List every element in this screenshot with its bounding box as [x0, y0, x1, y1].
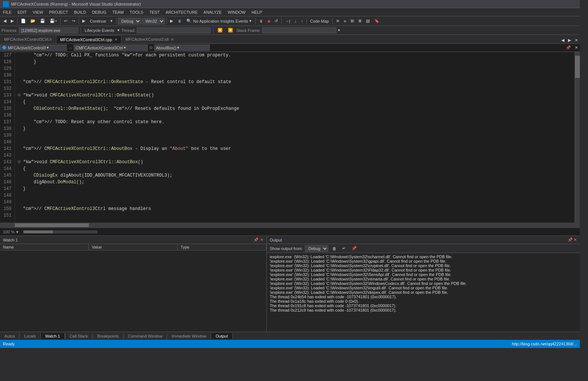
- toolbar-stepout-btn[interactable]: ↑: [299, 18, 305, 24]
- toolbar-continue-dropdown[interactable]: ▾: [109, 18, 114, 24]
- toolbar-insights[interactable]: 🔍 No Application Insights Events ▾: [184, 19, 254, 23]
- menu-file[interactable]: FILE: [0, 9, 14, 15]
- toolbar-pause-btn[interactable]: ⏸: [176, 18, 183, 24]
- nav-close-btn[interactable]: ✕: [573, 45, 580, 51]
- toolbar-extra6-btn[interactable]: 🔖: [372, 18, 381, 24]
- tab-close-2[interactable]: ✕: [171, 37, 174, 42]
- filter2-btn[interactable]: 🔽: [226, 27, 235, 33]
- menu-test[interactable]: TEST: [146, 9, 163, 15]
- stack-expand[interactable]: ▾: [338, 28, 340, 33]
- bottom-tab-autos[interactable]: Autos: [0, 333, 20, 339]
- menu-window[interactable]: WINDOW: [225, 9, 249, 15]
- output-clear-btn[interactable]: 🗑: [330, 246, 338, 252]
- editor-area[interactable]: 1271281291301311321331341351361371381391…: [0, 52, 580, 223]
- bottom-tab-call-stack[interactable]: Call Stack: [65, 333, 93, 339]
- toolbar-extra5-btn[interactable]: ▤: [364, 18, 372, 24]
- output-pin2-btn[interactable]: 📌: [350, 245, 359, 252]
- zoom-dropdown[interactable]: ▾: [14, 229, 20, 235]
- bottom-tab-immediate-window[interactable]: Immediate Window: [167, 333, 211, 339]
- lifecycle-btn[interactable]: Lifecycle Events: [83, 27, 116, 33]
- bottom-tab-locals[interactable]: Locals: [20, 333, 41, 339]
- fold-indicator[interactable]: ⊟: [18, 160, 23, 165]
- toolbar-undo-btn[interactable]: ↩: [62, 18, 69, 24]
- nav-arrow-1: →: [67, 46, 74, 50]
- toolbar-codemap-btn[interactable]: Code Map: [308, 18, 331, 24]
- nav-method-dropdown[interactable]: CMFCActiveXControl3Ctrl ▾: [74, 45, 148, 51]
- fold-indicator[interactable]: ⊟: [18, 93, 23, 98]
- toolbar-extra1-btn[interactable]: ≋: [334, 18, 341, 24]
- menu-debug[interactable]: DEBUG: [89, 9, 109, 15]
- tab-idl-file[interactable]: MFCActiveXControl3.idl ✕: [122, 35, 178, 43]
- tab-bar: MFCActiveXControl3Ctrl.h MFCActiveXContr…: [0, 35, 580, 44]
- stack-input[interactable]: [262, 27, 336, 33]
- nav-pin-btn[interactable]: 📌: [564, 45, 573, 51]
- nav-method-arrow: ▾: [124, 45, 126, 50]
- toolbar-pause2-btn[interactable]: ⏸: [257, 18, 265, 24]
- tab-header-file[interactable]: MFCActiveXControl3Ctrl.h: [0, 35, 56, 43]
- toolbar-stepover-btn[interactable]: →|: [283, 18, 292, 24]
- toolbar-debug-select[interactable]: Debug: [118, 18, 141, 24]
- menu-team[interactable]: TEAM: [109, 9, 127, 15]
- output-close-btn[interactable]: ✕: [574, 237, 577, 242]
- bottom-tab-watch-1[interactable]: Watch 1: [41, 333, 65, 339]
- output-source-select[interactable]: Debug: [305, 245, 328, 252]
- status-bar: Ready http://blog.csdn.net/qq422241368/.…: [0, 340, 580, 348]
- bottom-tab-breakpoints[interactable]: Breakpoints: [93, 333, 123, 339]
- toolbar-saveall-btn[interactable]: 💾+: [48, 18, 59, 24]
- code-editor[interactable]: "cm">// TODO: Call PX_ functions "kw">fo…: [15, 52, 575, 223]
- output-title: Output: [270, 238, 282, 242]
- insights-dropdown-icon[interactable]: ▾: [249, 19, 252, 23]
- menu-project[interactable]: PROJECT: [46, 9, 71, 15]
- menu-build[interactable]: BUILD: [71, 9, 89, 15]
- toolbar-restart-btn[interactable]: ↺: [273, 18, 280, 24]
- bottom-tab-output[interactable]: Output: [211, 333, 233, 339]
- tab-cpp-file[interactable]: MFCActiveXControl3Ctrl.cpp ✕: [56, 35, 122, 43]
- tab-close-all[interactable]: ✕: [573, 37, 580, 43]
- tab-scroll-left[interactable]: ◀: [559, 37, 566, 43]
- toolbar-stepinto-btn[interactable]: ↓: [293, 18, 299, 24]
- watch-close-btn[interactable]: ✕: [260, 237, 263, 242]
- status-left: Ready: [3, 342, 15, 346]
- watch-pin-btn[interactable]: 📌: [253, 237, 259, 242]
- output-line: 'iexplore.exe' (Win32): Loaded 'C:\Windo…: [270, 290, 577, 295]
- menu-analyze[interactable]: ANALYZE: [200, 9, 225, 15]
- menu-view[interactable]: VIEW: [30, 9, 46, 15]
- toolbar-stop-btn[interactable]: ■: [266, 18, 272, 24]
- toolbar-new-btn[interactable]: 📄: [19, 18, 28, 24]
- menu-architecture[interactable]: ARCHITECTURE: [163, 9, 200, 15]
- bottom-tab-command-window[interactable]: Command Window: [124, 333, 167, 339]
- tab-scroll-right[interactable]: ▶: [566, 37, 573, 43]
- lifecycle-dropdown[interactable]: ▾: [117, 28, 120, 33]
- bottom-panels: Watch 1 📌 ✕ Name Value Type Output 📌 ✕: [0, 236, 580, 332]
- toolbar-extra2-btn[interactable]: ≡: [342, 18, 348, 24]
- code-line: "cm">// CMFCActiveXControl3Ctrl message …: [18, 206, 572, 212]
- editor-hscroll-thumb[interactable]: [15, 223, 89, 227]
- toolbar-extra4-btn[interactable]: ≣: [356, 18, 363, 24]
- output-wrap-btn[interactable]: ↵: [340, 245, 348, 252]
- toolbar-continue-btn[interactable]: Continue: [88, 18, 108, 24]
- nav-func-dropdown[interactable]: AboutBox() ▾: [154, 45, 210, 51]
- toolbar-redo-btn[interactable]: ↪: [70, 18, 77, 24]
- menu-help[interactable]: HELP: [249, 9, 265, 15]
- menu-edit[interactable]: EDIT: [14, 9, 30, 15]
- output-body[interactable]: iexplore.exe (Win32): Loaded 'C:\Windows…: [267, 253, 580, 332]
- process-input[interactable]: [19, 27, 78, 33]
- toolbar-back-btn[interactable]: ◀: [1, 18, 8, 24]
- toolbar-save-btn[interactable]: 💾: [38, 18, 47, 24]
- toolbar-start-btn[interactable]: ▶: [168, 18, 175, 24]
- output-source-row: Show output from: Debug 🗑 ↵ 📌: [267, 244, 580, 253]
- nav-class-dropdown[interactable]: 🔷 MFCActiveXControl3 ▾: [0, 45, 67, 51]
- toolbar-platform-select[interactable]: Win32: [142, 18, 165, 24]
- tab-close-1[interactable]: ✕: [114, 37, 117, 42]
- toolbar-extra3-btn[interactable]: ⊞: [349, 18, 356, 24]
- thread-input[interactable]: [137, 27, 211, 33]
- editor-vscrollbar[interactable]: [575, 52, 580, 223]
- menu-tools[interactable]: TOOLS: [127, 9, 146, 15]
- editor-hscrollbar[interactable]: [0, 223, 580, 228]
- toolbar-forward-btn[interactable]: ▶: [9, 18, 16, 24]
- toolbar-open-btn[interactable]: 📂: [29, 18, 37, 24]
- filter-btn[interactable]: 🔽: [216, 27, 225, 33]
- watch-body[interactable]: [0, 250, 266, 332]
- toolbar-startdebug-btn[interactable]: ▶: [80, 18, 87, 24]
- output-pin-btn[interactable]: 📌: [568, 237, 573, 242]
